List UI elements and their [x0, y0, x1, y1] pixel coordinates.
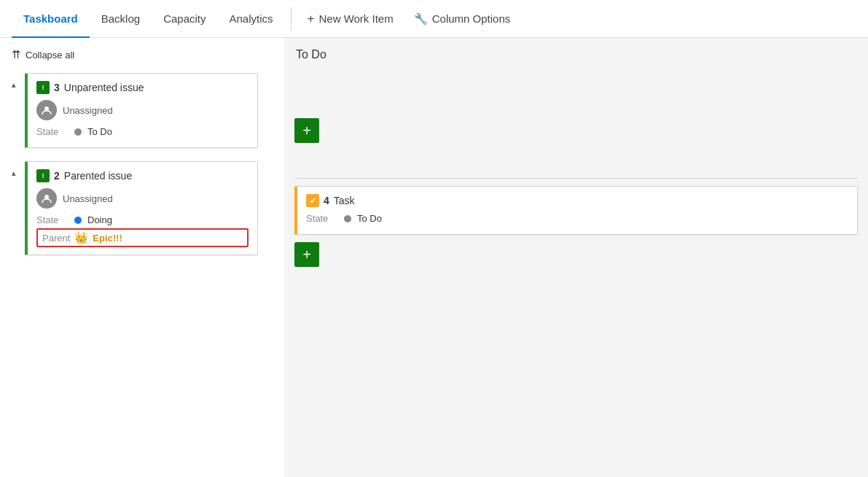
work-item-card-1: ! 3 Unparented issue Unassigned Sta [25, 73, 258, 148]
svg-point-1 [44, 195, 49, 199]
state-row-1: State To Do [36, 126, 249, 137]
group-arrow-1[interactable]: ▴ [12, 80, 25, 90]
column-options-button[interactable]: 🔧 Column Options [404, 0, 521, 38]
main-content: ⇈ Collapse all ▴ ! 3 Unparented issue [0, 38, 868, 477]
assignee-row-1: Unassigned [36, 100, 249, 120]
add-icon-2: + [302, 247, 311, 263]
avatar-1 [36, 100, 57, 120]
plus-icon: + [308, 12, 315, 26]
tab-capacity[interactable]: Capacity [152, 0, 217, 38]
left-panel: ⇈ Collapse all ▴ ! 3 Unparented issue [0, 38, 284, 477]
collapse-all-icon: ⇈ [12, 48, 21, 61]
avatar-2 [36, 188, 57, 209]
add-task-button-2[interactable]: + [294, 242, 319, 267]
state-row-2: State Doing [36, 214, 249, 225]
group-arrow-2[interactable]: ▴ [12, 168, 25, 178]
task-card-title-row: ✔ 4 Task [306, 194, 848, 207]
right-panel: To Do + ✔ 4 Task State [284, 38, 868, 477]
issue-icon-1: ! [36, 81, 50, 94]
collapse-all-button[interactable]: ⇈ Collapse all [12, 47, 284, 63]
section-spacer-1 [294, 69, 858, 112]
tab-taskboard[interactable]: Taskboard [12, 0, 90, 38]
card-title-row-2: ! 2 Parented issue [36, 169, 249, 182]
assignee-row-2: Unassigned [36, 188, 249, 209]
crown-icon: 👑 [74, 231, 88, 244]
card-title-row-1: ! 3 Unparented issue [36, 81, 249, 94]
column-section-2: ✔ 4 Task State To Do + [284, 186, 868, 295]
group-row-1: ▴ ! 3 Unparented issue U [12, 73, 284, 148]
state-dot-2 [74, 217, 82, 224]
task-icon-1: ✔ [306, 194, 319, 207]
svg-point-0 [44, 106, 49, 111]
add-task-button-1[interactable]: + [294, 118, 319, 143]
work-item-card-2: ! 2 Parented issue Unassigned State [25, 161, 258, 255]
column-divider [294, 178, 858, 179]
add-icon-1: + [302, 123, 311, 139]
column-header: To Do [284, 38, 868, 69]
tab-analytics[interactable]: Analytics [217, 0, 284, 38]
nav-divider [291, 7, 292, 31]
issue-icon-2: ! [36, 169, 50, 182]
state-dot-1 [74, 128, 82, 136]
group-row-2: ▴ ! 2 Parented issue Una [12, 161, 284, 255]
top-nav: Taskboard Backlog Capacity Analytics + N… [0, 0, 868, 38]
task-state-row: State To Do [306, 213, 848, 224]
new-work-item-button[interactable]: + New Work Item [297, 0, 404, 38]
column-section-1: + [284, 69, 868, 178]
tab-backlog[interactable]: Backlog [90, 0, 152, 38]
parent-row-2: Parent 👑 Epic!!! [36, 228, 249, 247]
wrench-icon: 🔧 [414, 12, 428, 26]
task-card-1: ✔ 4 Task State To Do [294, 186, 858, 235]
task-state-dot [344, 215, 351, 222]
